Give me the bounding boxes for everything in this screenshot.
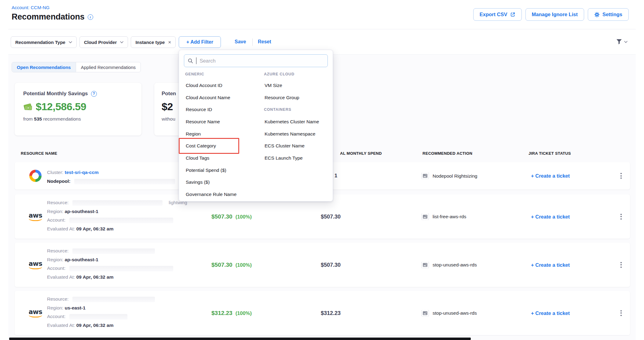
generic-section-heading: GENERIC [185,69,261,79]
filter-option-resource-id[interactable]: Resource ID [185,103,261,116]
savings-value: $507.30 [211,262,232,268]
savings-card-title: Potential Monthly Savings [23,91,88,97]
monthly-savings-cell: $507.30 (100%) [211,213,252,220]
chip-recommendation-type-label: Recommendation Type [15,40,65,45]
filter-option-potential-spend[interactable]: Potential Spend ($) [185,164,261,176]
bottom-bar [9,338,471,340]
chip-cloud-provider[interactable]: Cloud Provider [79,36,128,48]
create-ticket-link[interactable]: + Create a ticket [531,173,570,179]
aws-icon: aws [27,212,44,221]
gear-icon [594,12,600,17]
reset-filter-link[interactable]: Reset [258,39,271,45]
filter-option-savings[interactable]: Savings ($) [185,176,261,189]
savings-subtext-suffix: recommendations [43,116,81,121]
chevron-down-icon [120,41,123,43]
savings-subtext: from 535 recommendations [23,116,133,122]
broken-image-icon [421,213,429,220]
header-actions: Export CSV Manage Ignore List [473,8,629,21]
filter-option-resource-name[interactable]: Resource Name [185,116,261,128]
savings-value: $507.30 [211,213,232,220]
broken-image-icon [421,310,429,316]
total-spend-fragment: 1 [335,173,337,179]
recommended-action-label: stop-unused-aws-rds [433,262,477,268]
export-csv-button[interactable]: Export CSV [473,8,522,21]
filter-option-ecs-launch-type[interactable]: ECS Launch Type [264,152,334,164]
filter-option-ecs-cluster-name[interactable]: ECS Cluster Name [264,140,334,152]
settings-button[interactable]: Settings [588,8,629,21]
redacted-value [72,248,155,254]
create-ticket-link[interactable]: + Create a ticket [531,262,570,268]
column-header-resource-name: RESOURCE NAME [21,151,57,156]
recommended-action-label: stop-unused-aws-rds [433,310,477,316]
recommended-action-cell: Nodepool Rightsizing [421,173,477,179]
row-menu-kebab-icon[interactable] [619,212,624,221]
evaluated-at-label: Evaluated At: [47,274,75,280]
total-monthly-spend-value: $312.23 [321,310,341,316]
resource-label: Resource: [47,296,69,302]
table-row[interactable]: aws Resource: Region: ap-southeast-1 Acc… [15,243,630,287]
chip-recommendation-type[interactable]: Recommendation Type [11,36,77,48]
filter-option-vm-size[interactable]: VM Size [264,79,334,92]
evaluated-at-label: Evaluated At: [47,323,75,328]
filter-option-cloud-account-id[interactable]: Cloud Account ID [185,79,261,92]
breadcrumb[interactable]: Account: CCM-NG [12,5,49,10]
recommended-action-cell: list-free-aws-rds [421,213,466,220]
broken-image-icon [421,262,429,268]
dropdown-search-box[interactable] [184,54,328,67]
search-input[interactable] [199,58,324,64]
manage-ignore-list-label: Manage Ignore List [532,12,578,17]
save-reset-divider [252,38,253,46]
recommended-action-label: Nodepool Rightsizing [433,173,477,179]
savings-percent: (100%) [236,214,252,220]
filter-panel-toggle[interactable] [616,39,628,45]
create-ticket-link[interactable]: + Create a ticket [531,214,570,219]
add-filter-button[interactable]: + Add Filter [179,36,221,48]
monthly-savings-cell: $312.23 (100%) [211,310,252,316]
aws-icon: aws [27,309,44,317]
chevron-down-icon [624,41,628,43]
potential-monthly-savings-card: Potential Monthly Savings ? $12,586.59 f… [15,83,141,136]
azure-cloud-section-heading: AZURE CLOUD [264,69,334,79]
dropdown-generic-column: GENERIC Cloud Account ID Cloud Account N… [185,69,261,201]
region-label: Region: [47,209,63,214]
filter-option-governance-rule-name[interactable]: Governance Rule Name [185,188,261,201]
filter-option-cloud-tags[interactable]: Cloud Tags [185,152,261,164]
resource-label: Resource: [47,248,69,253]
total-monthly-spend-value: $507.30 [321,213,341,220]
filter-option-cloud-account-name[interactable]: Cloud Account Name [185,92,261,104]
page-title: Recommendations [12,12,85,22]
table-row[interactable]: aws Resource: Region: us-east-1 Account:… [15,291,630,335]
cluster-name-link[interactable]: test-sri-qa-ccm [65,170,99,175]
column-header-recommended-action: RECOMMENDED ACTION [423,151,472,156]
evaluated-at-value: 09 Apr, 06:32 am [76,323,114,328]
filter-option-cost-category[interactable]: Cost Category [185,140,261,152]
containers-section-heading: CONTAINERS [264,103,334,116]
savings-subtext-from: from [23,116,33,121]
monthly-savings-cell: $507.30 (100%) [211,262,252,268]
resource-label: Resource: [47,200,69,205]
info-icon[interactable]: i [88,14,93,20]
filter-option-kubernetes-cluster-name[interactable]: Kubernetes Cluster Name [264,116,334,128]
region-value: us-east-1 [65,305,86,310]
filter-option-resource-group[interactable]: Resource Group [264,92,334,104]
chip-instance-type[interactable]: Instance type × [131,36,176,48]
savings-percent: (100%) [236,310,252,316]
tab-applied-recommendations[interactable]: Applied Recommendations [76,62,141,72]
settings-label: Settings [602,12,622,17]
region-label: Region: [47,257,63,262]
create-ticket-link[interactable]: + Create a ticket [531,310,570,316]
title-row: Recommendations i [12,12,93,22]
row-menu-kebab-icon[interactable] [619,171,624,181]
filter-option-region[interactable]: Region [185,128,261,140]
save-filter-link[interactable]: Save [235,39,246,45]
redacted-value [72,200,163,206]
close-icon[interactable]: × [168,40,171,45]
account-label: Account: [47,266,65,271]
row-menu-kebab-icon[interactable] [619,308,624,318]
filter-option-kubernetes-namespace[interactable]: Kubernetes Namespace [264,128,334,140]
row-menu-kebab-icon[interactable] [619,260,624,269]
tab-open-recommendations[interactable]: Open Recommendations [12,62,76,72]
help-icon[interactable]: ? [91,91,97,97]
savings-value: $312.23 [211,310,232,316]
manage-ignore-list-button[interactable]: Manage Ignore List [525,8,584,21]
